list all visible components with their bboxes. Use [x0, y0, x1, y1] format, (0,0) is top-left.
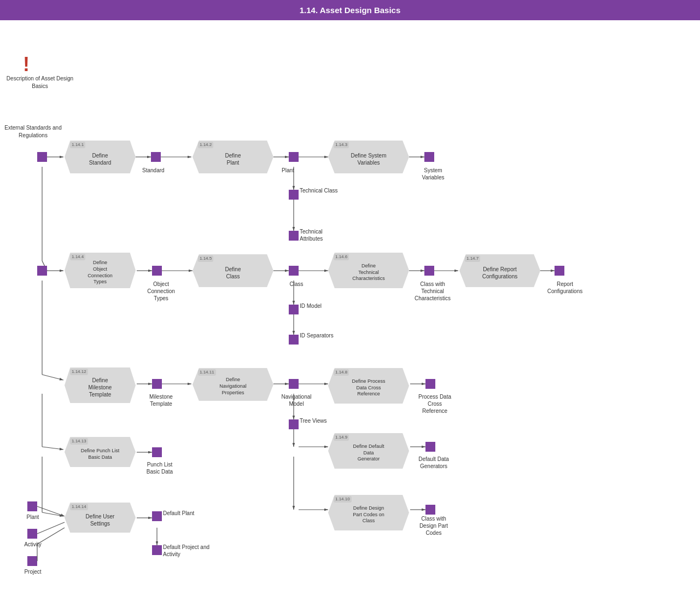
punch-list-basic-label: Punch List Basic Data [143, 461, 176, 475]
define-milestone-label: Define Milestone Template [89, 377, 112, 398]
version-badge-1149: 1.14.9 [334, 434, 349, 441]
svg-line-30 [42, 447, 63, 450]
object-connection-types-label: Object Connection Types [143, 281, 179, 302]
class-label: Class [285, 281, 307, 288]
technical-attributes-label: Technical Attributes [300, 228, 346, 242]
milestone-template-label: Milestone Template [143, 393, 179, 407]
plant-top-label: Plant [282, 167, 294, 174]
define-standard-box[interactable]: 1.14.1 Define Standard [65, 141, 136, 173]
tree-views-label: Tree Views [300, 417, 335, 424]
define-milestone-box[interactable]: 1.14.12 Define Milestone Template [65, 367, 136, 403]
define-user-settings-box[interactable]: 1.14.14 Define User Settings [65, 503, 136, 533]
square-after-report-config [555, 266, 564, 276]
square-after-obj-conn [152, 266, 162, 276]
define-tech-chars-label: Define Technical Characteristics [352, 263, 385, 282]
svg-line-22 [42, 375, 63, 380]
define-process-data-label: Define Process Data Cross Reference [352, 378, 385, 398]
id-model-square [289, 305, 299, 314]
version-badge-11410: 1.14.10 [334, 496, 352, 503]
define-process-data-box[interactable]: 1.14.8 Define Process Data Cross Referen… [328, 368, 409, 404]
default-data-generators-label: Default Data Generators [415, 456, 453, 470]
project-square [27, 556, 37, 566]
square-after-sysvars [424, 152, 434, 162]
version-badge-1141: 1.14.1 [70, 142, 85, 148]
define-system-vars-label: Define System Variables [351, 152, 386, 166]
technical-class-label: Technical Class [300, 187, 343, 194]
technical-attributes-square [289, 231, 299, 241]
square-after-plant [289, 152, 299, 162]
default-plant-label: Default Plant [163, 510, 201, 517]
start-square-row2 [37, 266, 47, 276]
square-after-tech-chars [424, 266, 434, 276]
version-badge-1143: 1.14.3 [334, 142, 349, 148]
svg-line-45 [37, 522, 65, 534]
define-default-data-label: Define Default Data Generator [353, 443, 384, 463]
report-configurations-label: Report Configurations [546, 281, 584, 295]
version-badge-11414: 1.14.14 [70, 504, 88, 510]
define-default-data-box[interactable]: 1.14.9 Define Default Data Generator [328, 433, 409, 469]
version-badge-1144: 1.14.4 [70, 254, 85, 260]
default-project-label: Default Project and Activity [163, 544, 212, 558]
define-tech-chars-box[interactable]: 1.14.6 Define Technical Characteristics [328, 253, 409, 288]
define-plant-box[interactable]: 1.14.2 Define Plant [192, 141, 273, 173]
version-badge-1148: 1.14.8 [334, 369, 349, 376]
process-data-cross-ref-label: Process Data Cross Reference [416, 393, 454, 415]
page-title: 1.14. Asset Design Basics [300, 5, 401, 15]
square-after-punch-list [152, 447, 162, 457]
define-class-box[interactable]: 1.14.5 Define Class [192, 254, 273, 287]
version-badge-1146: 1.14.6 [334, 254, 349, 260]
version-badge-11412: 1.14.12 [70, 369, 88, 375]
plant-bottom-square [27, 501, 37, 511]
square-after-class [289, 266, 299, 276]
external-standards-label: External Standards and Regulations [4, 124, 62, 139]
technical-class-square [289, 190, 299, 200]
define-plant-label: Define Plant [225, 152, 241, 166]
define-design-part-box[interactable]: 1.14.10 Define Design Part Codes on Clas… [328, 495, 409, 530]
version-badge-1147: 1.14.7 [465, 255, 480, 262]
version-badge-1145: 1.14.5 [198, 255, 213, 262]
default-plant-square [152, 511, 162, 521]
define-standard-label: Define Standard [89, 152, 112, 166]
page-header: 1.14. Asset Design Basics [0, 0, 700, 20]
square-after-default-data [425, 442, 435, 452]
diagram-canvas: ! Description of Asset Design Basics Ext… [0, 20, 700, 607]
version-badge-11411: 1.14.11 [198, 369, 216, 376]
version-badge-1142: 1.14.2 [198, 142, 213, 148]
id-model-label: ID Model [300, 302, 338, 310]
start-square-row1 [37, 152, 47, 162]
define-user-settings-label: Define User Settings [86, 513, 115, 527]
define-object-conn-label: Define Object Connection Types [88, 260, 113, 285]
id-separators-square [289, 335, 299, 345]
define-design-part-label: Define Design Part Codes on Class [353, 505, 384, 524]
class-with-tech-label: Class with Technical Characteristics [413, 281, 452, 302]
define-punch-list-box[interactable]: 1.14.13 Define Punch List Basic Data [65, 437, 136, 467]
project-label: Project [19, 568, 46, 575]
define-punch-list-label: Define Punch List Basic Data [81, 448, 120, 460]
class-design-part-label: Class with Design Part Codes [415, 515, 453, 536]
square-after-milestone [152, 379, 162, 389]
define-nav-props-label: Define Navigational Properties [219, 377, 247, 396]
navigational-model-label: Navigational Model [280, 393, 313, 407]
square-after-design-part [425, 505, 435, 515]
define-system-vars-box[interactable]: 1.14.3 Define System Variables [328, 141, 409, 173]
define-nav-props-box[interactable]: 1.14.11 Define Navigational Properties [192, 368, 273, 401]
define-class-label: Define Class [225, 266, 241, 280]
default-project-square [152, 545, 162, 555]
version-badge-11413: 1.14.13 [70, 438, 88, 445]
id-separators-label: ID Separators [300, 332, 343, 339]
exclamation-icon: ! [23, 53, 30, 76]
define-object-connection-box[interactable]: 1.14.4 Define Object Connection Types [65, 253, 136, 288]
tree-views-square [289, 419, 299, 429]
square-after-standard [151, 152, 161, 162]
activity-square [27, 529, 37, 539]
plant-bottom-label: Plant [19, 513, 46, 521]
define-report-config-label: Define Report Configurations [482, 266, 517, 280]
system-variables-label: System Variables [417, 167, 450, 181]
description-label: Description of Asset Design Basics [4, 75, 75, 90]
define-report-config-box[interactable]: 1.14.7 Define Report Configurations [459, 254, 540, 287]
square-nav-model [289, 379, 299, 389]
standard-label: Standard [142, 167, 165, 174]
activity-label: Activity [19, 541, 46, 548]
square-after-process-data [425, 379, 435, 389]
